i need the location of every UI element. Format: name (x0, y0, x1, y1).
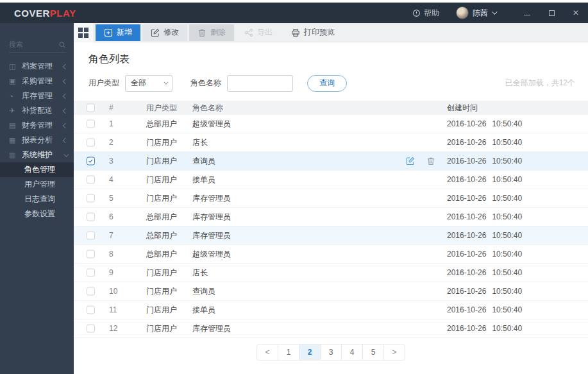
created-date: 2016-10-26 (447, 194, 486, 203)
sidebar-item-system[interactable]: ▥系统维护 (0, 148, 74, 162)
print-preview-button[interactable]: 打印预览 (283, 24, 343, 41)
table-row[interactable]: 7总部用户库存管理员2016-10-2610:50:40 (74, 226, 588, 245)
pagination-page-3[interactable]: 3 (320, 344, 342, 361)
table-row[interactable]: 12门店用户库存管理员2016-10-2610:50:40 (74, 319, 588, 338)
sidebar-item-inventory[interactable]: ◔库存管理 (0, 89, 74, 103)
row-role-name: 库存管理员 (192, 323, 231, 334)
help-label: 帮助 (424, 8, 439, 19)
sidebar-subitem-params[interactable]: 参数设置 (0, 207, 74, 221)
sidebar-search-input[interactable]: 搜索 (9, 37, 66, 53)
table-row[interactable]: 8总部用户超级管理员2016-10-2610:50:40 (74, 245, 588, 264)
row-checkbox[interactable] (87, 213, 95, 221)
close-icon: ✕ (573, 8, 579, 17)
export-button[interactable]: 导出 (236, 24, 281, 41)
created-date: 2016-10-26 (447, 212, 486, 221)
trash-icon (426, 157, 435, 166)
select-all-checkbox[interactable] (87, 104, 95, 112)
toolbar-button-label: 新增 (117, 27, 132, 38)
created-date: 2016-10-26 (447, 175, 486, 184)
created-date: 2016-10-26 (447, 305, 486, 314)
close-button[interactable]: ✕ (564, 3, 588, 23)
row-delete-button[interactable] (426, 157, 435, 166)
row-checkbox[interactable] (87, 120, 95, 128)
pagination-page-4[interactable]: 4 (341, 344, 363, 361)
created-clock: 10:50:40 (492, 119, 522, 128)
window-controls: ✕ (515, 3, 588, 23)
sidebar-subitem-users[interactable]: 用户管理 (0, 177, 74, 192)
pagination-page-1[interactable]: 1 (278, 344, 299, 361)
created-clock: 10:50:40 (492, 250, 522, 259)
table-row[interactable]: 4门店用户接单员2016-10-2610:50:40 (74, 171, 588, 189)
sidebar-item-archives[interactable]: ◫档案管理 (0, 59, 74, 74)
row-checkbox[interactable] (87, 287, 95, 296)
row-checkbox[interactable] (87, 269, 95, 277)
edit-button[interactable]: 修改 (142, 24, 187, 41)
toolbar-buttons: 新增修改删除导出打印预览 (96, 24, 343, 41)
delete-button[interactable]: 删除 (189, 24, 234, 41)
delivery-icon: ✈ (9, 106, 18, 115)
toolbar: 新增修改删除导出打印预览 (74, 23, 588, 42)
column-header-index: # (109, 103, 113, 112)
row-edit-button[interactable] (406, 157, 415, 166)
table-row[interactable]: 5门店用户库存管理员2016-10-2610:50:40 (74, 189, 588, 208)
row-checkbox[interactable] (87, 157, 95, 166)
row-checkbox[interactable] (87, 139, 95, 147)
table-row[interactable]: 2门店用户店长2016-10-2610:50:40 (74, 133, 588, 152)
row-index: 10 (109, 287, 117, 296)
role-name-input[interactable] (227, 75, 293, 92)
table-row[interactable]: 6总部用户库存管理员2016-10-2610:50:40 (74, 208, 588, 226)
row-user-type: 门店用户 (146, 174, 177, 185)
row-user-type: 总部用户 (146, 249, 177, 260)
pagination-prev-button[interactable]: < (256, 344, 278, 361)
row-created-time: 2016-10-2610:50:40 (447, 138, 522, 147)
sidebar-item-replenish[interactable]: ✈补货配送 (0, 103, 74, 118)
row-created-time: 2016-10-2610:50:40 (447, 268, 522, 277)
grid-menu-button[interactable] (74, 23, 93, 42)
row-created-time: 2016-10-2610:50:40 (447, 212, 522, 221)
sidebar-item-purchase[interactable]: ▣采购管理 (0, 74, 74, 89)
row-index: 4 (109, 175, 113, 184)
user-type-select[interactable]: 全部 (125, 75, 172, 92)
table-row[interactable]: 3门店用户查询员2016-10-2610:50:40 (74, 152, 588, 171)
row-checkbox[interactable] (87, 194, 95, 203)
row-checkbox[interactable] (87, 176, 95, 184)
row-index: 3 (109, 157, 113, 166)
chevron-down-icon (63, 151, 69, 157)
row-role-name: 店长 (192, 137, 208, 148)
sidebar-item-finance[interactable]: ▤财务管理 (0, 118, 74, 133)
sidebar-subitem-roles[interactable]: 角色管理 (0, 162, 74, 177)
row-checkbox[interactable] (87, 325, 95, 333)
maximize-button[interactable] (539, 3, 564, 23)
table-row[interactable]: 9门店用户店长2016-10-2610:50:40 (74, 264, 588, 282)
row-created-time: 2016-10-2610:50:40 (447, 157, 522, 166)
sidebar-item-label: 系统维护 (22, 149, 63, 160)
pagination-next-button[interactable]: > (383, 344, 405, 361)
row-user-type: 门店用户 (146, 137, 177, 148)
row-checkbox[interactable] (87, 232, 95, 240)
sidebar-item-reports[interactable]: ▦报表分析 (0, 133, 74, 148)
row-checkbox[interactable] (87, 250, 95, 259)
query-button[interactable]: 查询 (307, 75, 347, 92)
grid-icon (78, 28, 88, 38)
maximize-icon (549, 10, 555, 16)
row-created-time: 2016-10-2610:50:40 (447, 305, 522, 314)
created-clock: 10:50:40 (492, 324, 522, 333)
pagination-page-5[interactable]: 5 (362, 344, 384, 361)
table-row[interactable]: 10门店用户查询员2016-10-2610:50:40 (74, 282, 588, 301)
minimize-button[interactable] (515, 3, 539, 23)
table-row[interactable]: 1总部用户超级管理员2016-10-2610:50:40 (74, 115, 588, 133)
help-button[interactable]: 帮助 (412, 8, 439, 19)
sidebar-nav: ◫档案管理▣采购管理◔库存管理✈补货配送▤财务管理▦报表分析▥系统维护角色管理用… (0, 59, 74, 221)
share-icon (244, 28, 253, 37)
inventory-icon: ◔ (9, 92, 18, 100)
row-actions (406, 157, 435, 166)
pagination-page-2[interactable]: 2 (299, 344, 321, 361)
row-role-name: 库存管理员 (192, 212, 231, 223)
chevron-left-icon (63, 123, 68, 128)
user-menu[interactable]: 陈茜 (456, 6, 496, 19)
row-checkbox[interactable] (87, 306, 95, 314)
sidebar-subitem-logs[interactable]: 日志查询 (0, 192, 74, 207)
add-button[interactable]: 新增 (96, 24, 140, 41)
table-row[interactable]: 11门店用户接单员2016-10-2610:50:40 (74, 301, 588, 319)
row-index: 8 (109, 250, 113, 259)
